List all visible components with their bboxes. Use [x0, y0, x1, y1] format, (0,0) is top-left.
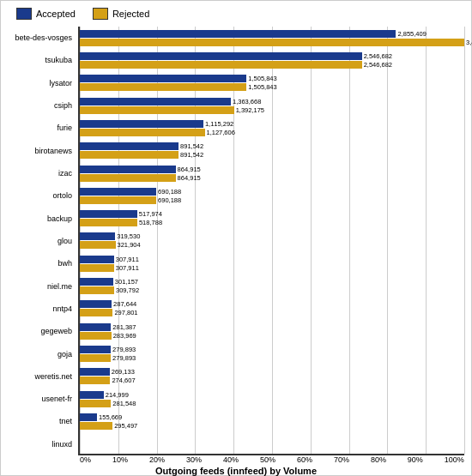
rejected-value-label: 1,127,606 [207, 129, 235, 136]
x-axis-tick: 60% [297, 455, 312, 464]
bar-rejected [80, 219, 137, 226]
y-axis-label: tnet [8, 410, 75, 432]
rejected-value-label: 3,471,573 [466, 39, 472, 46]
accepted-value-label: 214,999 [106, 391, 129, 399]
y-axis-label: glou [8, 230, 75, 252]
bar-rejected [80, 400, 111, 407]
bar-accepted [80, 256, 114, 263]
y-axis-label: lysator [8, 72, 75, 94]
x-axis-tick: 30% [186, 455, 202, 464]
bar-rejected [80, 106, 234, 114]
bar-accepted [80, 391, 104, 399]
y-axis-label: tsukuba [8, 49, 75, 71]
bar-row: 281,387283,969 [80, 320, 464, 342]
bar-accepted [80, 232, 115, 240]
bar-row: 269,133274,607 [80, 365, 464, 388]
chart-body: bete-des-vosgestsukubalysatorcsiphfurieb… [8, 27, 464, 455]
legend: Accepted Rejected [8, 8, 464, 20]
x-axis-tick: 20% [149, 455, 165, 464]
bar-rejected [80, 83, 246, 91]
rejected-value-label: 307,911 [116, 264, 139, 272]
legend-rejected: Rejected [93, 8, 149, 20]
bar-accepted [80, 413, 97, 421]
bar-rejected [80, 377, 110, 384]
y-axis-label: backup [8, 208, 75, 230]
y-axis-label: birotanews [8, 140, 75, 162]
bar-row: 2,546,6822,546,682 [80, 49, 464, 71]
bar-rejected [80, 354, 111, 362]
rejected-value-label: 279,893 [112, 354, 136, 362]
bar-rejected [80, 196, 156, 204]
y-axis-label: usenet-fr [8, 388, 75, 410]
accepted-value-label: 864,915 [178, 166, 201, 173]
rejected-value-label: 864,915 [178, 174, 201, 182]
plot-area: 2,855,4093,471,5732,546,6822,546,6821,50… [78, 27, 464, 455]
bar-row: 307,911307,911 [80, 252, 464, 274]
x-axis-tick: 90% [408, 455, 423, 464]
accepted-value-label: 319,530 [117, 232, 140, 240]
rejected-value-label: 281,548 [112, 400, 136, 407]
accepted-value-label: 287,644 [113, 300, 136, 308]
bar-accepted [80, 30, 396, 38]
bar-rejected [80, 174, 176, 182]
chart-title: Outgoing feeds (innfeed) by Volume [8, 466, 464, 476]
bar-rejected [80, 264, 114, 272]
bar-accepted [80, 278, 113, 286]
y-axis-label: csiph [8, 94, 75, 117]
bar-row: 287,644297,801 [80, 298, 464, 320]
bar-rejected [80, 286, 114, 294]
legend-accepted-box [16, 8, 32, 20]
rejected-value-label: 309,792 [116, 286, 139, 294]
x-axis-labels: 0%10%20%30%40%50%60%70%80%90%100% [80, 455, 464, 464]
rejected-value-label: 891,542 [180, 151, 203, 159]
bar-accepted [80, 323, 111, 331]
bar-rejected [80, 309, 112, 316]
bar-row: 301,157309,792 [80, 274, 464, 297]
y-axis-label: goja [8, 342, 75, 365]
x-axis-tick: 10% [112, 455, 128, 464]
x-axis-tick: 0% [80, 455, 91, 464]
rejected-value-label: 295,497 [114, 422, 137, 430]
y-axis-label: gegeweb [8, 320, 75, 342]
y-axis-label: weretis.net [8, 365, 75, 388]
accepted-value-label: 1,115,292 [205, 120, 233, 128]
legend-rejected-box [93, 8, 108, 20]
x-axis-tick: 100% [445, 455, 464, 464]
y-axis-label: ortolo [8, 184, 75, 207]
bar-row: 1,363,6681,392,175 [80, 94, 464, 117]
bar-rejected [80, 151, 179, 159]
bar-accepted [80, 368, 110, 376]
y-axis-label: nntp4 [8, 298, 75, 320]
chart-container: Accepted Rejected bete-des-vosgestsukuba… [0, 0, 472, 476]
accepted-value-label: 2,855,409 [397, 30, 426, 38]
x-axis-tick: 70% [334, 455, 349, 464]
legend-rejected-label: Rejected [112, 9, 149, 19]
legend-accepted: Accepted [16, 8, 76, 20]
accepted-value-label: 891,542 [180, 142, 203, 150]
bar-row: 1,115,2921,127,606 [80, 117, 464, 139]
bar-rejected [80, 241, 116, 249]
bar-rejected [80, 129, 205, 136]
accepted-value-label: 2,546,682 [364, 52, 392, 60]
bar-accepted [80, 188, 156, 196]
accepted-value-label: 1,363,668 [233, 98, 261, 105]
bar-row: 279,893279,893 [80, 342, 464, 365]
x-axis-tick: 50% [260, 455, 275, 464]
x-axis-tick: 80% [371, 455, 386, 464]
bar-rejected [80, 61, 362, 69]
bar-row: 1,505,8431,505,843 [80, 72, 464, 94]
bar-accepted [80, 300, 112, 308]
bar-row: 214,999281,548 [80, 388, 464, 410]
bar-accepted [80, 120, 203, 128]
rejected-value-label: 1,505,843 [248, 83, 276, 91]
bar-row: 517,974518,788 [80, 208, 464, 230]
accepted-value-label: 690,188 [158, 188, 181, 196]
y-axis-label: bete-des-vosges [8, 27, 75, 49]
bar-accepted [80, 98, 231, 105]
bar-row: 319,530321,904 [80, 230, 464, 252]
bar-rejected [80, 39, 464, 46]
rejected-value-label: 283,969 [113, 332, 136, 340]
bar-accepted [80, 346, 111, 353]
accepted-value-label: 279,893 [112, 346, 136, 353]
bar-accepted [80, 210, 137, 218]
